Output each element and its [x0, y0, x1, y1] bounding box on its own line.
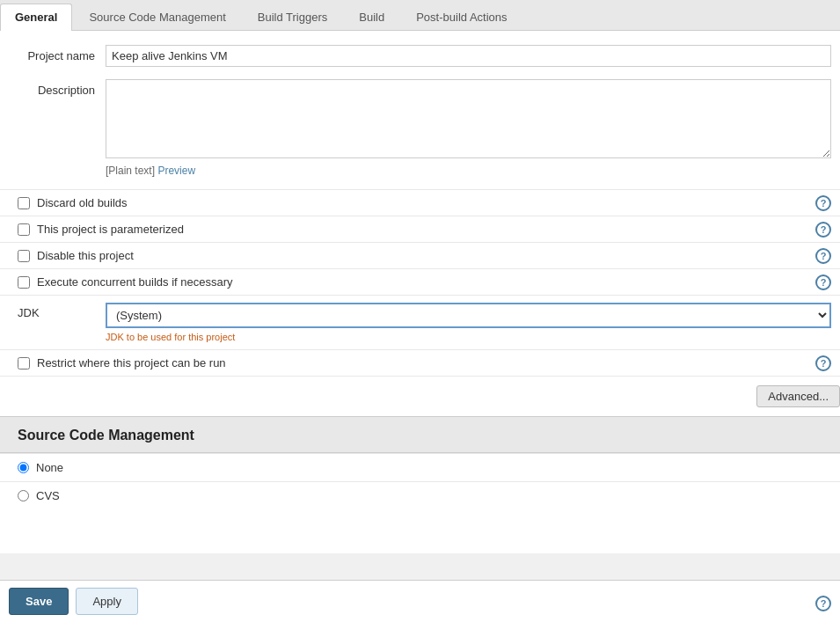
none-radio-row: None	[0, 453, 840, 481]
project-name-wrap	[106, 45, 840, 67]
restrict-row: Restrict where this project can be run ?	[0, 349, 840, 376]
parameterized-label[interactable]: This project is parameterized	[37, 223, 184, 236]
parameterized-checkbox[interactable]	[18, 223, 30, 236]
action-bar: Save Apply ?	[0, 580, 840, 622]
none-radio-label[interactable]: None	[36, 461, 63, 474]
disable-project-checkbox[interactable]	[18, 250, 30, 262]
restrict-checkbox[interactable]	[18, 357, 30, 370]
content-section: Project name Description [Plain text] Pr…	[0, 31, 840, 553]
concurrent-builds-row: Execute concurrent builds if necessary ?	[0, 268, 840, 295]
tab-post[interactable]: Post-build Actions	[401, 4, 522, 30]
tab-general[interactable]: General	[0, 4, 72, 31]
description-textarea[interactable]	[106, 79, 831, 158]
discard-builds-row: Discard old builds ?	[0, 189, 840, 216]
page-wrapper: General Source Code Management Build Tri…	[0, 0, 840, 622]
project-name-label: Project name	[0, 45, 106, 62]
jdk-row: JDK (System) JDK to be used for this pro…	[0, 295, 840, 349]
save-button[interactable]: Save	[9, 588, 69, 615]
restrict-label[interactable]: Restrict where this project can be run	[37, 356, 226, 370]
none-radio[interactable]	[18, 462, 29, 473]
disable-project-row: Disable this project ?	[0, 242, 840, 268]
cvs-radio[interactable]	[18, 490, 29, 501]
plain-text-label: [Plain text]	[106, 165, 155, 177]
preview-link[interactable]: Preview	[157, 165, 195, 177]
project-name-input[interactable]	[106, 45, 831, 67]
jdk-control-wrap: (System) JDK to be used for this project	[106, 303, 840, 342]
discard-builds-checkbox[interactable]	[18, 197, 30, 209]
jdk-hint: JDK to be used for this project	[106, 332, 831, 342]
cvs-radio-label[interactable]: CVS	[36, 489, 60, 502]
discard-builds-help-icon[interactable]: ?	[815, 195, 831, 211]
tabs: General Source Code Management Build Tri…	[0, 0, 840, 31]
discard-builds-label[interactable]: Discard old builds	[37, 196, 128, 209]
parameterized-row: This project is parameterized ?	[0, 216, 840, 242]
concurrent-builds-help-icon[interactable]: ?	[815, 274, 831, 290]
description-wrap: [Plain text] Preview	[106, 79, 840, 177]
disable-project-help-icon[interactable]: ?	[815, 248, 831, 264]
plain-text-hint: [Plain text] Preview	[106, 165, 840, 177]
bottom-help-circle[interactable]: ?	[815, 596, 831, 611]
tab-triggers[interactable]: Build Triggers	[243, 4, 342, 30]
parameterized-help-icon[interactable]: ?	[815, 222, 831, 238]
tabs-container: General Source Code Management Build Tri…	[0, 0, 840, 31]
advanced-row: Advanced...	[0, 376, 840, 416]
tab-build[interactable]: Build	[344, 4, 399, 30]
concurrent-builds-checkbox[interactable]	[18, 276, 30, 289]
restrict-help-icon[interactable]: ?	[815, 355, 831, 371]
description-label: Description	[0, 79, 106, 97]
cvs-radio-row: CVS	[0, 481, 840, 509]
bottom-help-icon[interactable]: ?	[815, 596, 831, 611]
jdk-label: JDK	[0, 303, 106, 319]
concurrent-builds-label[interactable]: Execute concurrent builds if necessary	[37, 275, 233, 289]
apply-button[interactable]: Apply	[76, 588, 138, 615]
jdk-select[interactable]: (System)	[106, 303, 831, 328]
advanced-button[interactable]: Advanced...	[756, 385, 840, 407]
disable-project-label[interactable]: Disable this project	[37, 249, 134, 262]
tab-scm[interactable]: Source Code Management	[74, 4, 240, 30]
scm-section-title: Source Code Management	[0, 416, 840, 453]
